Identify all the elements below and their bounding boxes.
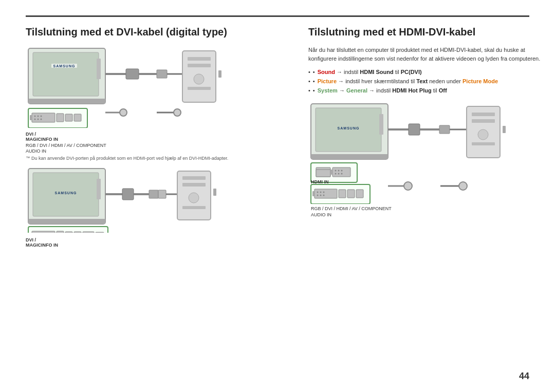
svg-rect-7 — [126, 69, 139, 79]
svg-rect-107 — [339, 190, 346, 198]
off-bold: Off — [439, 87, 447, 94]
right-column: Tilslutning med et HDMI-DVI-kabel Når du… — [308, 26, 545, 248]
svg-rect-9 — [157, 70, 167, 78]
svg-rect-82 — [472, 113, 495, 116]
bullet-item-sound: • Sound → indstil HDMI Sound til PC(DVI) — [308, 69, 545, 75]
svg-rect-52 — [213, 189, 216, 196]
dvi-label-2: DVI / MAGICINFO IN — [26, 237, 262, 248]
svg-rect-70 — [379, 114, 383, 135]
sound-keyword: Sound — [318, 69, 335, 75]
svg-point-104 — [317, 195, 319, 196]
bullet-dot: • — [313, 69, 315, 75]
svg-point-78 — [404, 182, 412, 190]
svg-rect-63 — [65, 232, 72, 233]
svg-rect-62 — [57, 231, 64, 233]
sound-arrow: → indstil — [337, 69, 360, 75]
sound-til: til — [395, 69, 401, 75]
svg-rect-39 — [97, 179, 101, 199]
svg-rect-86 — [503, 126, 506, 133]
svg-point-14 — [174, 109, 181, 116]
svg-rect-32 — [74, 114, 81, 121]
svg-point-28 — [38, 119, 39, 120]
svg-rect-1 — [33, 52, 99, 96]
svg-rect-42 — [122, 189, 134, 200]
svg-rect-83 — [472, 119, 495, 123]
svg-point-29 — [41, 119, 42, 120]
svg-point-12 — [120, 109, 127, 116]
svg-rect-22 — [32, 113, 55, 122]
svg-rect-51 — [182, 206, 206, 209]
svg-point-93 — [338, 170, 340, 172]
rgb-label-right: RGB / DVI / HDMI / AV / COMPONENT — [311, 206, 545, 211]
picture-mode-bold: Picture Mode — [462, 78, 498, 84]
bullet-dot3: • — [313, 87, 315, 94]
svg-point-50 — [189, 193, 199, 203]
svg-rect-20 — [218, 70, 221, 78]
diagram1-labels: DVI / MAGICINFO IN RGB / DVI / HDMI / AV… — [26, 132, 262, 154]
svg-rect-109 — [356, 190, 363, 198]
svg-point-24 — [34, 116, 36, 117]
bullet-system-content: System → General → indstil HDMI Hot Plug… — [318, 87, 447, 94]
svg-point-97 — [341, 173, 343, 175]
svg-point-26 — [41, 116, 42, 117]
svg-rect-19 — [188, 87, 211, 90]
pc-dvi-bold: PC(DVI) — [401, 69, 422, 75]
svg-rect-54 — [32, 231, 55, 233]
bullet-item-picture: • Picture → indstil hver skærmtilstand t… — [308, 78, 545, 84]
right-section-title: Tilslutning med et HDMI-DVI-kabel — [308, 26, 545, 38]
svg-marker-89 — [316, 170, 330, 177]
audio-label: AUDIO IN — [26, 148, 262, 154]
svg-point-105 — [320, 195, 322, 196]
svg-rect-99 — [314, 189, 337, 198]
svg-rect-45 — [158, 190, 166, 198]
svg-point-102 — [320, 192, 322, 193]
bullet-item-system: • System → General → indstil HDMI Hot Pl… — [308, 87, 545, 94]
diagram1-svg: SAMSUNG — [26, 46, 252, 128]
general-bold: General — [346, 87, 367, 94]
svg-text:SAMSUNG: SAMSUNG — [338, 126, 360, 130]
svg-text:SAMSUNG: SAMSUNG — [55, 191, 77, 195]
svg-rect-17 — [188, 64, 211, 67]
svg-text:SAMSUNG: SAMSUNG — [53, 64, 76, 68]
svg-rect-23 — [30, 115, 32, 120]
svg-rect-4 — [97, 59, 101, 79]
svg-point-84 — [478, 129, 488, 140]
hdmi-hotplug-bold: HDMI Hot Plug — [392, 87, 431, 94]
svg-rect-64 — [74, 232, 81, 233]
svg-rect-48 — [182, 176, 206, 180]
svg-rect-31 — [65, 114, 72, 121]
hdmi-sound-bold: HDMI Sound — [360, 69, 393, 75]
system-arrow2: → indstil — [369, 87, 392, 94]
svg-rect-75 — [439, 125, 450, 134]
bullet-list: • Sound → indstil HDMI Sound til PC(DVI)… — [308, 69, 545, 94]
picture-arrow: → indstil hver skærmtilstand til — [338, 78, 416, 84]
two-column-layout: Tilslutning med et DVI-kabel (digital ty… — [26, 26, 529, 248]
svg-point-18 — [194, 74, 204, 84]
left-section-title: Tilslutning med et DVI-kabel (digital ty… — [26, 26, 262, 38]
bullet-sound-content: Sound → indstil HDMI Sound til PC(DVI) — [318, 69, 422, 75]
svg-rect-71 — [311, 154, 388, 159]
svg-point-103 — [323, 192, 325, 193]
svg-rect-100 — [312, 191, 315, 196]
svg-point-25 — [38, 116, 39, 117]
diagram1-top: SAMSUNG — [26, 46, 262, 130]
audio-in-label-right: AUDIO IN — [311, 212, 545, 217]
description-text: Når du har tilsluttet en computer til pr… — [308, 46, 545, 63]
svg-rect-85 — [472, 142, 495, 145]
svg-point-94 — [341, 170, 343, 172]
svg-rect-49 — [182, 183, 206, 186]
right-diagram-svg: SAMSUNG — [308, 101, 545, 204]
svg-point-96 — [338, 173, 340, 175]
dvi-label: DVI / MAGICINFO IN — [26, 132, 262, 142]
left-column: Tilslutning med et DVI-kabel (digital ty… — [26, 26, 262, 248]
svg-rect-65 — [83, 232, 94, 233]
svg-rect-90 — [332, 167, 350, 177]
diagram2-svg: SAMSUNG — [26, 166, 221, 233]
svg-point-106 — [323, 195, 325, 196]
svg-point-80 — [459, 182, 467, 190]
svg-rect-30 — [57, 114, 64, 122]
page-number: 44 — [519, 371, 529, 382]
page-container: Tilslutning med et DVI-kabel (digital ty… — [0, 0, 555, 392]
system-arrow1: → — [339, 87, 346, 94]
system-til: til — [433, 87, 439, 94]
